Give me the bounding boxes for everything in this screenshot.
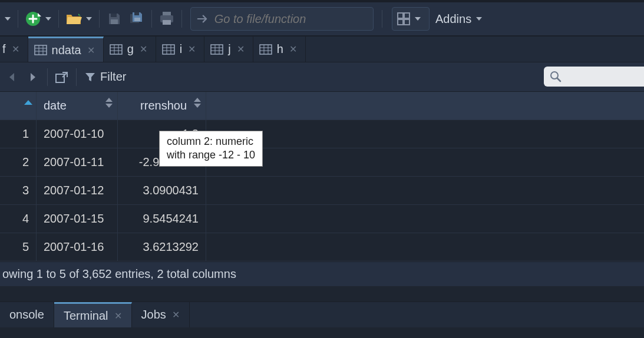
filter-label: Filter — [100, 70, 126, 84]
svg-rect-18 — [110, 45, 122, 54]
tooltip-line: with range -12 - 10 — [167, 148, 255, 162]
cell-date: 2007-01-15 — [37, 205, 118, 233]
table-icon — [110, 44, 123, 55]
filter-icon — [85, 72, 95, 82]
svg-rect-38 — [56, 74, 64, 82]
sort-chevrons — [194, 98, 201, 108]
search-box[interactable] — [544, 67, 644, 87]
table-row[interactable]: 5 2007-01-16 3.6213292 — [0, 233, 644, 261]
column-header-date[interactable]: date — [37, 92, 118, 120]
open-file-button[interactable] — [64, 9, 84, 29]
back-button[interactable] — [2, 67, 21, 87]
svg-rect-6 — [163, 12, 171, 15]
filter-button[interactable]: Filter — [85, 70, 126, 84]
svg-rect-4 — [134, 12, 139, 15]
tab-label: f — [2, 42, 6, 56]
column-tooltip: column 2: numeric with range -12 - 10 — [159, 131, 263, 167]
row-index-header[interactable] — [0, 92, 37, 120]
goto-input[interactable] — [214, 12, 366, 26]
cell-value: 9.5454241 — [118, 205, 206, 233]
table-icon — [210, 44, 223, 55]
addins-label: Addins — [435, 12, 471, 26]
addins-menu[interactable]: Addins — [435, 12, 486, 26]
row-index: 1 — [0, 120, 37, 148]
new-file-button[interactable] — [23, 9, 43, 29]
forward-button[interactable] — [24, 67, 42, 87]
table-row[interactable]: 1 2007-01-10 1.3 — [0, 120, 644, 148]
close-icon[interactable]: ✕ — [237, 44, 245, 55]
svg-rect-2 — [111, 14, 117, 17]
layout-button[interactable] — [392, 7, 430, 31]
tab-ndata[interactable]: ndata ✕ — [28, 37, 104, 62]
tab-label: h — [277, 42, 283, 56]
save-button[interactable] — [104, 9, 124, 29]
column-header-rrenshou[interactable]: rrenshou — [118, 92, 206, 120]
close-icon[interactable]: ✕ — [188, 44, 196, 55]
row-index: 4 — [0, 205, 37, 233]
tab-g[interactable]: g ✕ — [104, 37, 156, 62]
chevron-down-icon[interactable] — [86, 17, 92, 21]
svg-rect-8 — [163, 20, 171, 25]
tab-label: Terminal — [64, 309, 108, 323]
sort-asc-icon — [24, 100, 32, 105]
table-row[interactable]: 4 2007-01-15 9.5454241 — [0, 205, 644, 233]
tab-h[interactable]: h ✕ — [253, 37, 306, 62]
chevron-down-icon — [415, 17, 421, 21]
close-icon[interactable]: ✕ — [12, 44, 19, 55]
cell-date: 2007-01-12 — [37, 177, 118, 204]
tab-terminal[interactable]: Terminal ✕ — [54, 302, 132, 327]
close-icon[interactable]: ✕ — [87, 45, 95, 56]
chevron-down-icon[interactable] — [45, 17, 51, 21]
close-icon[interactable]: ✕ — [114, 310, 122, 322]
main-toolbar: Addins — [0, 0, 644, 37]
data-table: date rrenshou 1 2007-01-10 1.3 2 2007-01… — [0, 92, 644, 261]
table-row[interactable]: 3 2007-01-12 3.0900431 — [0, 177, 644, 205]
row-index: 2 — [0, 148, 37, 176]
goto-file-box[interactable] — [190, 7, 374, 31]
tab-label: i — [180, 42, 182, 56]
chevron-down-icon[interactable] — [5, 17, 11, 21]
svg-rect-13 — [35, 45, 47, 55]
close-icon[interactable]: ✕ — [289, 44, 297, 55]
tab-f[interactable]: f ✕ — [0, 37, 28, 62]
svg-rect-3 — [111, 19, 118, 24]
tooltip-line: column 2: numeric — [167, 135, 255, 148]
cell-date: 2007-01-11 — [37, 148, 118, 176]
tab-j[interactable]: j ✕ — [204, 37, 253, 62]
print-button[interactable] — [157, 9, 177, 29]
table-header-row: date rrenshou — [0, 92, 644, 120]
data-viewer-toolbar: Filter — [0, 62, 644, 92]
editor-tabs: f ✕ ndata ✕ g ✕ i ✕ j ✕ h ✕ — [0, 37, 644, 62]
close-icon[interactable]: ✕ — [172, 309, 180, 320]
arrow-icon — [197, 14, 209, 24]
table-row[interactable]: 2 2007-01-11 -2.9949107 — [0, 148, 644, 177]
svg-rect-23 — [163, 45, 174, 54]
cell-date: 2007-01-16 — [37, 233, 118, 261]
svg-marker-1 — [38, 13, 41, 16]
svg-rect-5 — [134, 18, 140, 21]
cell-date: 2007-01-10 — [37, 120, 118, 148]
svg-rect-33 — [260, 45, 272, 54]
sort-chevrons — [105, 98, 113, 108]
tab-jobs[interactable]: Jobs ✕ — [132, 302, 190, 327]
svg-line-40 — [557, 78, 560, 81]
svg-rect-11 — [398, 19, 403, 25]
tab-label: j — [228, 42, 230, 56]
tab-label: ndata — [52, 44, 81, 57]
tab-console[interactable]: onsole — [0, 302, 54, 327]
tab-label: onsole — [9, 308, 44, 322]
tab-label: g — [127, 42, 134, 56]
table-icon — [34, 45, 47, 55]
tab-i[interactable]: i ✕ — [156, 37, 204, 62]
search-icon — [550, 71, 562, 82]
close-icon[interactable]: ✕ — [140, 44, 147, 55]
column-label: rrenshou — [140, 99, 187, 112]
chevron-down-icon — [476, 17, 482, 21]
save-all-button[interactable] — [127, 9, 147, 29]
popout-button[interactable] — [52, 67, 71, 87]
cell-value: 3.6213292 — [118, 233, 206, 261]
table-icon — [259, 44, 272, 55]
row-index: 5 — [0, 233, 37, 261]
console-tabs: onsole Terminal ✕ Jobs ✕ — [0, 301, 644, 327]
svg-rect-28 — [211, 45, 223, 54]
